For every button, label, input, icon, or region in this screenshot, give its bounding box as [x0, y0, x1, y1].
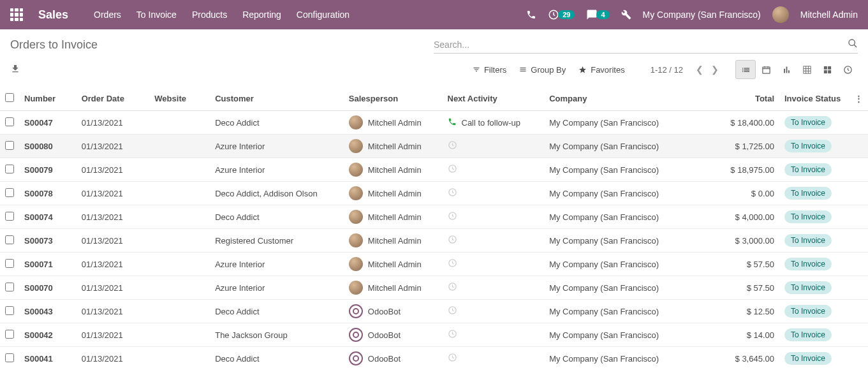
cell-status: To Invoice [779, 135, 850, 158]
filters-button[interactable]: Filters [473, 65, 506, 75]
view-list[interactable] [735, 60, 756, 79]
table-row[interactable]: S0004201/13/2021The Jackson GroupOdooBot… [0, 323, 868, 347]
col-website[interactable]: Website [149, 87, 210, 111]
user-name[interactable]: Mitchell Admin [800, 10, 858, 20]
cell-date: 01/13/2021 [77, 323, 150, 347]
cell-website [149, 135, 210, 158]
cell-number: S00073 [19, 229, 77, 253]
nav-reporting[interactable]: Reporting [242, 10, 281, 20]
app-brand[interactable]: Sales [38, 8, 68, 22]
table-row[interactable]: S0007901/13/2021Azure InteriorMitchell A… [0, 158, 868, 182]
table-row[interactable]: S0007101/13/2021Azure InteriorMitchell A… [0, 253, 868, 276]
cell-customer: Azure Interior [210, 253, 344, 276]
view-pivot[interactable] [797, 60, 817, 79]
cell-activity[interactable] [443, 229, 545, 253]
activity-icon[interactable]: 29 [548, 9, 575, 20]
col-total[interactable]: Total [712, 87, 779, 111]
col-status[interactable]: Invoice Status [779, 87, 850, 111]
table-row[interactable]: S0007801/13/2021Deco Addict, Addison Ols… [0, 182, 868, 205]
nav-configuration[interactable]: Configuration [297, 10, 349, 20]
next-page[interactable]: ❯ [707, 64, 723, 75]
row-checkbox[interactable] [5, 283, 14, 291]
table-row[interactable]: S0007301/13/2021Registered CustomerMitch… [0, 229, 868, 253]
view-calendar[interactable] [756, 60, 776, 79]
cell-activity[interactable] [443, 253, 545, 276]
groupby-label: Group By [531, 65, 566, 75]
row-checkbox[interactable] [5, 212, 14, 221]
cell-customer: Deco Addict [210, 347, 344, 369]
salesperson-avatar [349, 257, 363, 271]
table-row[interactable]: S0008001/13/2021Azure InteriorMitchell A… [0, 135, 868, 158]
col-company[interactable]: Company [544, 87, 712, 111]
row-checkbox[interactable] [5, 259, 14, 268]
more-columns-icon[interactable]: ⋮ [855, 94, 863, 103]
cell-activity[interactable] [443, 276, 545, 300]
nav-products[interactable]: Products [192, 10, 227, 20]
row-checkbox[interactable] [5, 165, 14, 173]
pager[interactable]: 1-12 / 12 [651, 65, 683, 75]
cell-activity[interactable] [443, 300, 545, 323]
col-salesperson[interactable]: Salesperson [344, 87, 443, 111]
debug-icon[interactable] [621, 10, 631, 20]
salesperson-avatar [349, 139, 363, 153]
cell-activity[interactable] [443, 158, 545, 182]
groupby-button[interactable]: Group By [519, 65, 566, 75]
company-selector[interactable]: My Company (San Francisco) [643, 10, 761, 20]
row-checkbox[interactable] [5, 141, 14, 150]
download-icon[interactable] [10, 64, 20, 76]
nav-to-invoice[interactable]: To Invoice [136, 10, 177, 20]
table-row[interactable]: S0007401/13/2021Deco AddictMitchell Admi… [0, 205, 868, 229]
cell-activity[interactable] [443, 347, 545, 369]
search-input[interactable] [434, 40, 848, 50]
messages-icon[interactable]: 4 [586, 9, 609, 20]
topbar-right: 29 4 My Company (San Francisco) Mitchell… [526, 6, 858, 23]
cell-salesperson: OdooBot [344, 347, 443, 369]
cell-number: S00043 [19, 300, 77, 323]
row-checkbox[interactable] [5, 235, 14, 244]
salesperson-name: OdooBot [368, 354, 401, 364]
row-checkbox[interactable] [5, 330, 14, 339]
col-date[interactable]: Order Date [77, 87, 150, 111]
row-checkbox[interactable] [5, 353, 14, 362]
favorites-button[interactable]: Favorites [578, 65, 624, 75]
row-checkbox[interactable] [5, 188, 14, 197]
cell-activity[interactable]: Call to follow-up [443, 111, 545, 135]
view-activity[interactable] [837, 60, 858, 79]
cell-activity[interactable] [443, 182, 545, 205]
row-checkbox[interactable] [5, 306, 14, 315]
phone-icon[interactable] [526, 10, 536, 20]
col-activity[interactable]: Next Activity [443, 87, 545, 111]
view-kanban[interactable] [817, 60, 837, 79]
row-checkbox[interactable] [5, 117, 14, 126]
cell-total: $ 14.00 [712, 323, 779, 347]
col-number[interactable]: Number [19, 87, 77, 111]
salesperson-avatar [349, 163, 363, 177]
table-row[interactable]: S0004301/13/2021Deco AddictOdooBotMy Com… [0, 300, 868, 323]
cell-activity[interactable] [443, 323, 545, 347]
table-row[interactable]: S0004101/13/2021Deco AddictOdooBotMy Com… [0, 347, 868, 369]
cell-activity[interactable] [443, 135, 545, 158]
cell-website [149, 323, 210, 347]
cell-date: 01/13/2021 [77, 347, 150, 369]
select-all[interactable] [5, 93, 14, 102]
cell-number: S00078 [19, 182, 77, 205]
cell-company: My Company (San Francisco) [544, 276, 712, 300]
cell-activity[interactable] [443, 205, 545, 229]
svg-rect-7 [828, 70, 831, 73]
search-icon[interactable] [848, 38, 858, 50]
nav-orders[interactable]: Orders [94, 10, 121, 20]
table-row[interactable]: S0004701/13/2021Deco AddictMitchell Admi… [0, 111, 868, 135]
view-graph[interactable] [776, 60, 797, 79]
svg-rect-5 [828, 66, 831, 69]
cell-date: 01/13/2021 [77, 253, 150, 276]
apps-icon[interactable] [10, 8, 23, 21]
cell-website [149, 229, 210, 253]
table-row[interactable]: S0007001/13/2021Azure InteriorMitchell A… [0, 276, 868, 300]
cell-customer: Azure Interior [210, 158, 344, 182]
prev-page[interactable]: ❮ [692, 64, 707, 75]
user-avatar[interactable] [772, 6, 789, 23]
activity-icon [448, 211, 457, 223]
toolbar-row: Filters Group By Favorites 1-12 / 12 ❮ ❯ [0, 54, 868, 87]
col-customer[interactable]: Customer [210, 87, 344, 111]
svg-rect-4 [823, 66, 827, 69]
